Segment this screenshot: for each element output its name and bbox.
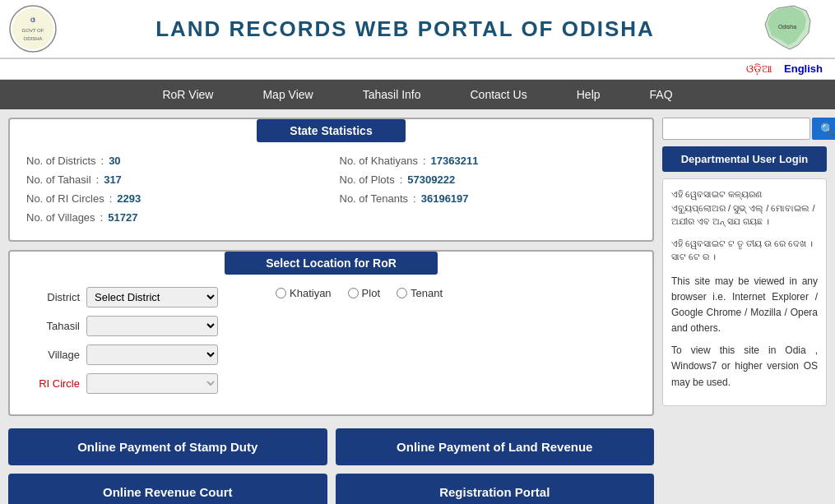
ri-circle-select[interactable] bbox=[86, 373, 218, 394]
right-panel: 🔍 Departmental User Login ଏହି ୱେବସାଇଟ କଳ… bbox=[662, 118, 827, 504]
district-select[interactable]: Select District bbox=[86, 287, 218, 307]
tahasil-row: Tahasil bbox=[22, 316, 218, 336]
nav-help[interactable]: Help bbox=[552, 80, 625, 109]
district-row: District Select District bbox=[22, 287, 218, 307]
stats-grid: No. of Districts : 30 No. of Khatiyans :… bbox=[22, 150, 640, 228]
ri-circle-label: RI Circle bbox=[22, 377, 80, 390]
ri-circle-row: RI Circle bbox=[22, 373, 218, 394]
english-lang-link[interactable]: English bbox=[784, 62, 823, 75]
village-label: Village bbox=[22, 349, 80, 361]
stat-tenants: No. of Tenants : 36196197 bbox=[340, 192, 637, 205]
main-nav: RoR View Map View Tahasil Info Contact U… bbox=[0, 80, 835, 109]
nav-ror-view[interactable]: RoR View bbox=[137, 80, 238, 109]
odisha-map-icon: Odisha bbox=[753, 4, 827, 53]
land-revenue-btn[interactable]: Online Payment of Land Revenue bbox=[336, 428, 655, 465]
svg-text:ଓ: ଓ bbox=[30, 16, 35, 24]
nav-contact-us[interactable]: Contact Us bbox=[445, 80, 551, 109]
khatiyan-radio[interactable] bbox=[276, 288, 286, 298]
stat-villages: No. of Villages : 51727 bbox=[26, 211, 323, 224]
logo-icon: ଓ GOVT OF ODISHA bbox=[8, 4, 58, 53]
search-icon: 🔍 bbox=[820, 123, 834, 136]
svg-text:Odisha: Odisha bbox=[778, 24, 796, 30]
tenant-radio[interactable] bbox=[397, 288, 407, 298]
stat-tahasil: No. of Tahasil : 317 bbox=[26, 173, 323, 186]
search-box: 🔍 bbox=[662, 118, 827, 140]
stat-plots: No. of Plots : 57309222 bbox=[340, 173, 637, 186]
svg-text:ODISHA: ODISHA bbox=[23, 36, 42, 41]
nav-map-view[interactable]: Map View bbox=[238, 80, 337, 109]
language-bar: ଓଡ଼ିଆ English bbox=[0, 59, 835, 80]
odia-info-text: ଏହି ୱେବସାଇଟ କଳ୍ୟରଣ ଏବ୍ୟୁପ୍ଲୋଅର / ସୁଭ୍ ଏଲ… bbox=[671, 187, 818, 229]
tahasil-select[interactable] bbox=[86, 316, 218, 336]
site-title: LAND RECORDS WEB PORTAL OF ODISHA bbox=[58, 16, 753, 42]
english-info: This site may be viewed in any browser i… bbox=[671, 274, 818, 391]
bottom-buttons: Online Payment of Stamp Duty Online Paym… bbox=[8, 424, 654, 504]
tenant-radio-label[interactable]: Tenant bbox=[397, 287, 443, 299]
header: ଓ GOVT OF ODISHA LAND RECORDS WEB PORTAL… bbox=[0, 0, 835, 59]
odia-lang-link[interactable]: ଓଡ଼ିଆ bbox=[746, 62, 772, 75]
location-box: Select Location for RoR District Select … bbox=[8, 250, 654, 416]
revenue-court-btn[interactable]: Online Revenue Court bbox=[8, 474, 327, 504]
info-para-2: To view this site in Odia , Windows7 or … bbox=[671, 343, 818, 391]
district-label: District bbox=[22, 291, 80, 303]
stat-khatiyans: No. of Khatiyans : 17363211 bbox=[340, 155, 637, 167]
stamp-duty-btn[interactable]: Online Payment of Stamp Duty bbox=[8, 428, 327, 465]
location-form: District Select District Tahasil Village bbox=[22, 287, 218, 402]
info-box: ଏହି ୱେବସାଇଟ କଳ୍ୟରଣ ଏବ୍ୟୁପ୍ଲୋଅର / ସୁଭ୍ ଏଲ… bbox=[662, 178, 827, 406]
location-title: Select Location for RoR bbox=[225, 252, 438, 275]
nav-tahasil-info[interactable]: Tahasil Info bbox=[338, 80, 446, 109]
info-para-1: This site may be viewed in any browser i… bbox=[671, 274, 818, 337]
khatiyan-radio-label[interactable]: Khatiyan bbox=[276, 287, 332, 299]
left-panel: State Statistics No. of Districts : 30 N… bbox=[8, 118, 654, 504]
village-select[interactable] bbox=[86, 344, 218, 365]
state-statistics-box: State Statistics No. of Districts : 30 N… bbox=[8, 118, 654, 242]
svg-text:GOVT OF: GOVT OF bbox=[22, 28, 44, 33]
plot-radio-label[interactable]: Plot bbox=[348, 287, 380, 299]
stat-districts: No. of Districts : 30 bbox=[26, 155, 323, 167]
search-button[interactable]: 🔍 bbox=[812, 118, 835, 140]
village-row: Village bbox=[22, 344, 218, 365]
odia-info-text-2: ଏହି ୱେବସାଇଟ ଟ ତୃ ତୀୟ ଉ ରେ ଦେଖ । ସାଟ ଟେ ର… bbox=[671, 237, 818, 264]
nav-faq[interactable]: FAQ bbox=[625, 80, 698, 109]
stats-title: State Statistics bbox=[257, 119, 405, 142]
search-input[interactable] bbox=[662, 118, 810, 140]
plot-radio[interactable] bbox=[348, 288, 359, 298]
main-content: State Statistics No. of Districts : 30 N… bbox=[0, 109, 835, 504]
tahasil-label: Tahasil bbox=[22, 320, 80, 332]
registration-portal-btn[interactable]: Registration Portal bbox=[336, 474, 655, 504]
stat-ri-circles: No. of RI Circles : 2293 bbox=[26, 192, 323, 205]
ror-type-radio-group: Khatiyan Plot Tenant bbox=[276, 287, 443, 299]
dept-login-button[interactable]: Departmental User Login bbox=[662, 146, 827, 172]
